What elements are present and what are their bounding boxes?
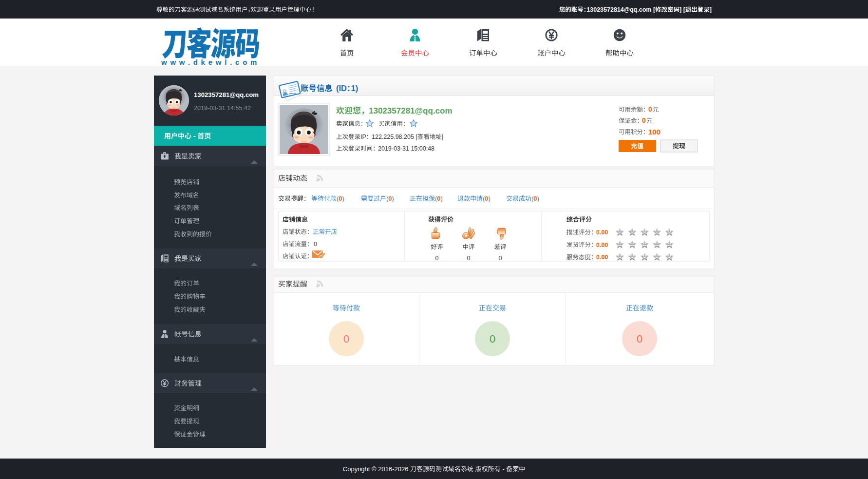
- svg-text:100: 100: [648, 128, 660, 136]
- svg-text:www.dkewl.com: www.dkewl.com: [161, 58, 260, 66]
- svg-text:0: 0: [388, 195, 392, 202]
- svg-text:0: 0: [637, 333, 642, 345]
- svg-text:13023572814@qq.com [: 13023572814@qq.com [: [586, 6, 656, 13]
- svg-text:0: 0: [499, 255, 502, 262]
- svg-text:2019-03-31 14:55:42: 2019-03-31 14:55:42: [194, 105, 251, 112]
- svg-text:1302357281@qq.com: 1302357281@qq.com: [194, 91, 259, 98]
- svg-text:0: 0: [437, 195, 440, 202]
- svg-text:-: -: [191, 132, 197, 140]
- svg-text:0: 0: [642, 116, 646, 124]
- svg-text:122.225.98.205 [: 122.225.98.205 [: [372, 134, 417, 140]
- svg-text:0.00: 0.00: [596, 242, 608, 249]
- svg-text:]: ]: [710, 6, 712, 13]
- svg-text:0: 0: [490, 333, 495, 345]
- svg-text:): ): [342, 195, 344, 202]
- svg-text:): ): [441, 195, 443, 202]
- svg-text:0: 0: [339, 195, 342, 202]
- svg-text:0.00: 0.00: [596, 229, 608, 236]
- svg-text:Copyright © 2016-2026: Copyright © 2016-2026: [343, 465, 410, 473]
- svg-text:IP: IP: [360, 134, 366, 140]
- svg-text:0: 0: [343, 333, 349, 345]
- svg-text:1): 1): [351, 84, 359, 93]
- svg-text:0: 0: [485, 195, 488, 202]
- svg-text:] [: ] [: [679, 6, 686, 13]
- svg-text:0: 0: [467, 255, 471, 262]
- svg-text:2019-03-31 15:00:48: 2019-03-31 15:00:48: [378, 145, 434, 152]
- svg-text:0: 0: [533, 195, 537, 202]
- svg-text:]: ]: [442, 134, 443, 140]
- svg-text:): ): [537, 195, 539, 202]
- svg-text:1302357281@qq.com: 1302357281@qq.com: [369, 106, 453, 115]
- svg-text:0: 0: [648, 105, 652, 113]
- svg-text:(ID: (ID: [336, 84, 347, 93]
- svg-text:): ): [489, 195, 491, 202]
- svg-text:0: 0: [435, 255, 439, 262]
- svg-text:0.00: 0.00: [596, 254, 608, 261]
- svg-text:-: -: [501, 465, 507, 473]
- svg-text:0: 0: [314, 241, 317, 248]
- svg-text:): ): [392, 195, 394, 202]
